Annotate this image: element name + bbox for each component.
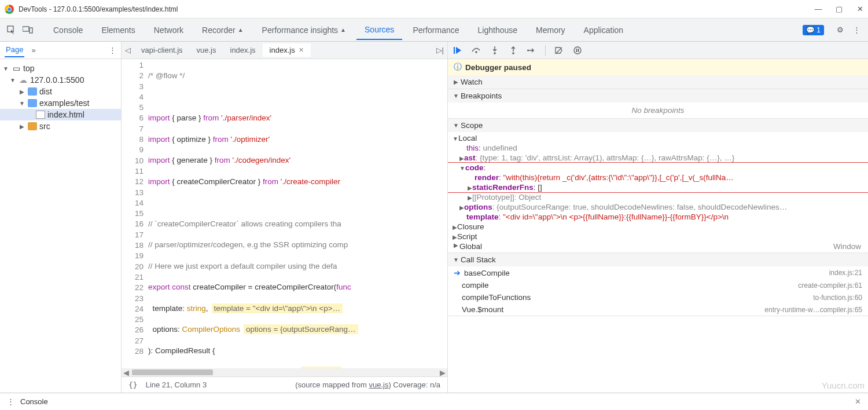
editor-tab-scroll-left-icon[interactable]: ◁ [125, 46, 131, 54]
tab-memory[interactable]: Memory [528, 21, 573, 39]
step-out-icon[interactable] [508, 45, 518, 56]
callstack-row[interactable]: ➔baseCompileindex.js:21 [448, 266, 868, 279]
tree-examples[interactable]: ▼examples/test [0, 97, 121, 109]
callstack-row[interactable]: compileToFunctionsto-function.js:60 [448, 291, 868, 303]
no-breakpoints: No breakpoints [448, 103, 868, 118]
tree-dist[interactable]: ▶dist [0, 86, 121, 97]
svg-rect-3 [454, 47, 455, 54]
cursor-position: Line 21, Column 3 [146, 380, 207, 389]
folder-icon [28, 122, 37, 130]
folder-icon [28, 99, 37, 107]
scope-script[interactable]: ▶Script [448, 232, 868, 241]
scope-closure[interactable]: ▶Closure [448, 222, 868, 232]
scope-ast[interactable]: ▶ast: {type: 1, tag: 'div', attrsList: A… [448, 153, 868, 163]
step-over-icon[interactable] [471, 45, 481, 56]
scope-options[interactable]: ▶options: {outputSourceRange: true, shou… [448, 202, 868, 212]
file-icon [36, 111, 45, 119]
step-icon[interactable] [527, 45, 537, 56]
console-drawer[interactable]: ⋮ Console ✕ [0, 393, 868, 410]
editor-hscroll[interactable]: ◀▶ [122, 368, 447, 376]
tree-index-html[interactable]: index.html [0, 109, 121, 120]
editor-status-bar: {} Line 21, Column 3 (source mapped from… [122, 376, 447, 393]
cloud-icon: ☁ [19, 76, 28, 84]
editor-tab-index2[interactable]: index.js✕ [263, 43, 311, 57]
scope-global[interactable]: ▶GlobalWindow [448, 241, 868, 251]
svg-rect-11 [578, 49, 579, 52]
scope-prototype[interactable]: ▶[[Prototype]]: Object [448, 192, 868, 202]
devtools-tabs: Console Elements Network Recorder ▲ Perf… [0, 19, 868, 42]
svg-point-6 [512, 52, 514, 54]
scope-static-render-fns[interactable]: ▶staticRenderFns: [] [448, 182, 868, 192]
tab-performance[interactable]: Performance [404, 21, 467, 39]
window-title: DevTools - 127.0.0.1:5500/examples/test/… [19, 5, 815, 13]
scope-section[interactable]: ▼Scope [448, 119, 868, 132]
debugger-panel: ⓘDebugger paused ▶Watch ▼Breakpoints No … [448, 42, 868, 393]
tab-network[interactable]: Network [146, 21, 192, 39]
svg-point-9 [574, 47, 581, 54]
scope-template[interactable]: template: "<div id=\"app\">\n <p>{{fullN… [448, 212, 868, 222]
callstack-section[interactable]: ▼Call Stack [448, 253, 868, 266]
close-tab-icon[interactable]: ✕ [299, 46, 304, 54]
pause-exceptions-icon[interactable] [572, 45, 583, 56]
drawer-tab-console[interactable]: Console [20, 397, 48, 406]
maximize-button[interactable]: ▢ [836, 6, 843, 13]
tab-recorder[interactable]: Recorder ▲ [194, 21, 252, 39]
tab-lighthouse[interactable]: Lighthouse [470, 21, 526, 39]
scope-render[interactable]: render: "with(this){return _c('div',{att… [448, 173, 868, 182]
editor-tab-vue[interactable]: vue.js [190, 43, 223, 57]
tree-top[interactable]: ▼▭top [0, 63, 121, 74]
navigator-sidebar: Page » ⋮ ▼▭top ▼☁127.0.0.1:5500 ▶dist ▼e… [0, 42, 122, 393]
chrome-icon [5, 5, 14, 14]
device-toolbar-icon[interactable] [21, 23, 35, 37]
drawer-menu-icon[interactable]: ⋮ [7, 397, 14, 406]
breakpoints-section[interactable]: ▼Breakpoints [448, 89, 868, 103]
file-tree: ▼▭top ▼☁127.0.0.1:5500 ▶dist ▼examples/t… [0, 59, 121, 136]
navigator-more-tabs-icon[interactable]: » [31, 46, 35, 54]
watermark: Yuucn.com [822, 380, 865, 390]
tab-elements[interactable]: Elements [93, 21, 143, 39]
scope-code[interactable]: ▼code: [448, 163, 868, 173]
navigator-menu-icon[interactable]: ⋮ [109, 46, 116, 54]
svg-point-5 [494, 52, 496, 54]
scope-this[interactable]: this: undefined [448, 143, 868, 153]
source-map-link[interactable]: vue.js [369, 380, 388, 389]
inspect-icon[interactable] [5, 23, 19, 37]
window-icon: ▭ [12, 64, 21, 72]
settings-icon[interactable]: ⚙ [833, 23, 847, 37]
tree-host[interactable]: ▼☁127.0.0.1:5500 [0, 74, 121, 86]
tab-console[interactable]: Console [45, 21, 91, 39]
debugger-paused-banner: ⓘDebugger paused [448, 59, 868, 75]
navigator-tab-page[interactable]: Page [5, 43, 24, 57]
code-area[interactable]: /* @flow */ import { parse } from './par… [148, 59, 447, 368]
svg-rect-1 [23, 27, 29, 31]
tab-application[interactable]: Application [576, 21, 632, 39]
svg-rect-10 [576, 49, 578, 52]
editor-tab-vapi[interactable]: vapi-client.js [134, 43, 190, 57]
title-bar: DevTools - 127.0.0.1:5500/examples/test/… [0, 0, 868, 19]
resume-icon[interactable] [453, 45, 463, 56]
svg-point-7 [527, 49, 529, 51]
scope-local[interactable]: ▼Local [448, 133, 868, 143]
messages-button[interactable]: 💬 1 [803, 25, 824, 35]
tab-sources[interactable]: Sources [356, 20, 402, 40]
drawer-close-icon[interactable]: ✕ [855, 397, 861, 406]
line-gutter: 1234567891011121314151617181920212223242… [122, 59, 148, 368]
tab-performance-insights[interactable]: Performance insights ▲ [254, 21, 354, 39]
step-into-icon[interactable] [490, 45, 500, 56]
deactivate-breakpoints-icon[interactable] [554, 45, 564, 56]
watch-section[interactable]: ▶Watch [448, 75, 868, 89]
close-button[interactable]: ✕ [856, 6, 863, 13]
svg-rect-2 [30, 28, 32, 33]
more-icon[interactable]: ⋮ [849, 23, 863, 37]
editor-tab-scroll-right-icon[interactable]: ▷| [436, 46, 444, 54]
editor-panel: ◁ vapi-client.js vue.js index.js index.j… [122, 42, 448, 393]
folder-icon [28, 87, 37, 96]
svg-point-4 [475, 51, 477, 53]
tree-src[interactable]: ▶src [0, 120, 121, 132]
callstack-row[interactable]: Vue.$mountentry-runtime-w…compiler.js:65 [448, 303, 868, 316]
minimize-button[interactable]: — [815, 6, 822, 13]
editor-tab-index1[interactable]: index.js [223, 43, 263, 57]
callstack-row[interactable]: compilecreate-compiler.js:61 [448, 279, 868, 291]
